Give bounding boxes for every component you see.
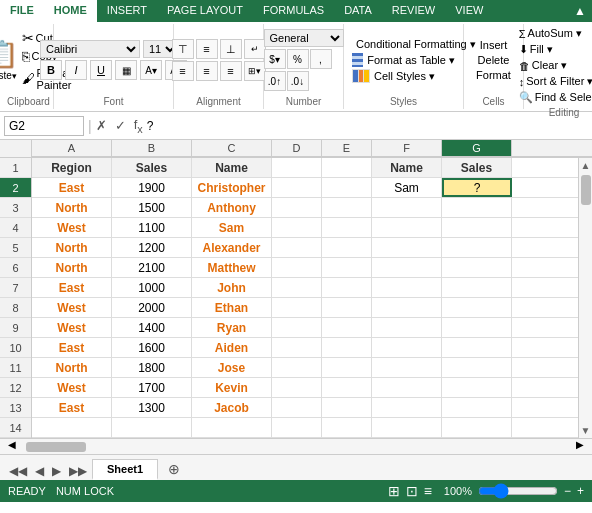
tab-data[interactable]: DATA — [334, 0, 382, 22]
delete-button[interactable]: Delete — [472, 53, 515, 67]
cell-e8[interactable] — [322, 298, 372, 317]
row-num-11[interactable]: 11 — [0, 358, 31, 378]
underline-button[interactable]: U — [90, 60, 112, 80]
row-num-7[interactable]: 7 — [0, 278, 31, 298]
align-top-button[interactable]: ⊤ — [172, 39, 194, 59]
increase-decimal-button[interactable]: .0↑ — [264, 71, 286, 91]
cell-f3[interactable] — [372, 198, 442, 217]
row-num-2[interactable]: 2 — [0, 178, 31, 198]
tab-page-layout[interactable]: PAGE LAYOUT — [157, 0, 253, 22]
cell-b14[interactable] — [112, 418, 192, 437]
zoom-out-button[interactable]: − — [564, 484, 571, 498]
find-select-button[interactable]: 🔍 Find & Select ▾ — [515, 90, 592, 105]
tab-view[interactable]: VIEW — [445, 0, 493, 22]
border-button[interactable]: ▦ — [115, 60, 137, 80]
align-bottom-button[interactable]: ⊥ — [220, 39, 242, 59]
cell-e6[interactable] — [322, 258, 372, 277]
row-num-4[interactable]: 4 — [0, 218, 31, 238]
cell-d9[interactable] — [272, 318, 322, 337]
cell-d1[interactable] — [272, 158, 322, 177]
align-right-button[interactable]: ≡ — [220, 61, 242, 81]
zoom-in-button[interactable]: + — [577, 484, 584, 498]
tab-home[interactable]: HOME — [44, 0, 97, 22]
cell-b12[interactable]: 1700 — [112, 378, 192, 397]
formula-accept-icon[interactable]: ✓ — [115, 118, 126, 133]
cell-d4[interactable] — [272, 218, 322, 237]
cell-b11[interactable]: 1800 — [112, 358, 192, 377]
normal-view-icon[interactable]: ≡ — [424, 483, 432, 499]
scroll-right-arrow[interactable]: ▶ — [568, 439, 592, 454]
cell-g12[interactable] — [442, 378, 512, 397]
cell-d14[interactable] — [272, 418, 322, 437]
cell-g5[interactable] — [442, 238, 512, 257]
scroll-track[interactable] — [579, 173, 592, 423]
cell-d10[interactable] — [272, 338, 322, 357]
cell-b8[interactable]: 2000 — [112, 298, 192, 317]
cell-c5[interactable]: Alexander — [192, 238, 272, 257]
fill-button[interactable]: ⬇ Fill ▾ — [515, 42, 592, 57]
zoom-slider[interactable] — [478, 483, 558, 499]
cell-b6[interactable]: 2100 — [112, 258, 192, 277]
cell-a11[interactable]: North — [32, 358, 112, 377]
col-header-b[interactable]: B — [112, 140, 192, 157]
cell-b7[interactable]: 1000 — [112, 278, 192, 297]
cell-f6[interactable] — [372, 258, 442, 277]
cell-styles-button[interactable]: Cell Styles ▾ — [350, 68, 457, 84]
align-center-button[interactable]: ≡ — [196, 61, 218, 81]
cell-d12[interactable] — [272, 378, 322, 397]
cell-c8[interactable]: Ethan — [192, 298, 272, 317]
cell-b4[interactable]: 1100 — [112, 218, 192, 237]
comma-button[interactable]: , — [310, 49, 332, 69]
sheet-nav-prev[interactable]: ◀ — [32, 464, 47, 478]
cell-g4[interactable] — [442, 218, 512, 237]
cell-g1[interactable]: Sales — [442, 158, 512, 177]
horizontal-scroll-thumb[interactable] — [26, 442, 86, 452]
cell-b9[interactable]: 1400 — [112, 318, 192, 337]
row-num-5[interactable]: 5 — [0, 238, 31, 258]
cell-d13[interactable] — [272, 398, 322, 417]
row-num-8[interactable]: 8 — [0, 298, 31, 318]
cell-b1[interactable]: Sales — [112, 158, 192, 177]
fill-color-button[interactable]: A▾ — [140, 60, 162, 80]
cell-g13[interactable] — [442, 398, 512, 417]
cell-e9[interactable] — [322, 318, 372, 337]
decrease-decimal-button[interactable]: .0↓ — [287, 71, 309, 91]
cell-e1[interactable] — [322, 158, 372, 177]
cell-d11[interactable] — [272, 358, 322, 377]
cell-g10[interactable] — [442, 338, 512, 357]
cell-e7[interactable] — [322, 278, 372, 297]
cell-d7[interactable] — [272, 278, 322, 297]
currency-button[interactable]: $▾ — [264, 49, 286, 69]
cell-f9[interactable] — [372, 318, 442, 337]
scroll-thumb[interactable] — [581, 175, 591, 205]
sheet-nav-left[interactable]: ◀◀ — [6, 464, 30, 478]
cell-d3[interactable] — [272, 198, 322, 217]
format-button[interactable]: Format — [472, 68, 515, 82]
cell-f10[interactable] — [372, 338, 442, 357]
cell-c2[interactable]: Christopher — [192, 178, 272, 197]
row-num-6[interactable]: 6 — [0, 258, 31, 278]
align-middle-button[interactable]: ≡ — [196, 39, 218, 59]
merge-button[interactable]: ⊞▾ — [244, 61, 266, 81]
col-header-e[interactable]: E — [322, 140, 372, 157]
row-num-12[interactable]: 12 — [0, 378, 31, 398]
cell-a6[interactable]: North — [32, 258, 112, 277]
cell-g9[interactable] — [442, 318, 512, 337]
tab-review[interactable]: REVIEW — [382, 0, 445, 22]
scroll-up-arrow[interactable]: ▲ — [579, 158, 592, 173]
cell-c6[interactable]: Matthew — [192, 258, 272, 277]
align-left-button[interactable]: ≡ — [172, 61, 194, 81]
horizontal-scroll-track[interactable] — [24, 439, 568, 454]
vertical-scrollbar[interactable]: ▲ ▼ — [578, 158, 592, 438]
cell-b13[interactable]: 1300 — [112, 398, 192, 417]
cell-a9[interactable]: West — [32, 318, 112, 337]
cell-e10[interactable] — [322, 338, 372, 357]
cell-e5[interactable] — [322, 238, 372, 257]
insert-button[interactable]: Insert — [472, 38, 515, 52]
cell-d2[interactable] — [272, 178, 322, 197]
scroll-left-arrow[interactable]: ◀ — [0, 439, 24, 454]
cell-f13[interactable] — [372, 398, 442, 417]
cell-a14[interactable] — [32, 418, 112, 437]
clear-button[interactable]: 🗑 Clear ▾ — [515, 58, 592, 73]
cell-a12[interactable]: West — [32, 378, 112, 397]
